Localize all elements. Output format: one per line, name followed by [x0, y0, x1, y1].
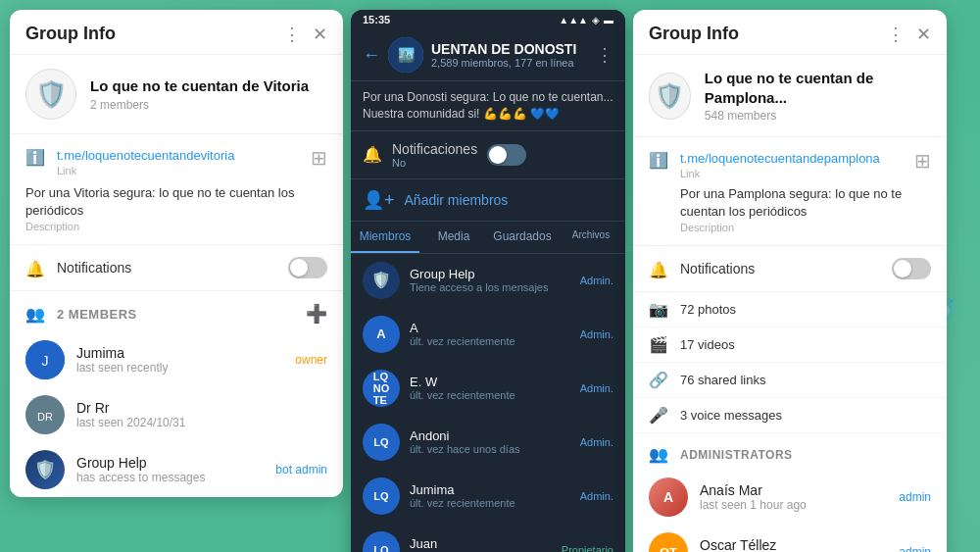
right-notifications-toggle[interactable] — [892, 258, 931, 279]
left-link-content: t.me/loquenotecuentandevitoria Link — [57, 146, 299, 176]
mid-a-name: A — [410, 321, 570, 335]
close-icon[interactable]: ✕ — [313, 25, 327, 43]
mid-group-avatar: 🏙️ — [388, 37, 423, 73]
more-options-icon[interactable]: ⋮ — [283, 25, 301, 43]
right-group-info: Lo que no te cuentan de Pamplona... 548 … — [705, 69, 931, 123]
jumima-status: last seen recently — [76, 361, 283, 375]
left-panel-header-icons: ⋮ ✕ — [283, 25, 327, 43]
mid-grouphelp-avatar: 🛡️ — [363, 262, 400, 299]
status-bar: 15:35 ▲▲▲ ◈ ▬ — [351, 10, 625, 29]
mid-jumima-name: Jumima — [410, 482, 570, 497]
stats-videos[interactable]: 🎬 17 videos — [633, 327, 947, 363]
stats-links[interactable]: 🔗 76 shared links — [633, 363, 947, 398]
mid-member-ew[interactable]: LQNOTE E. W últ. vez recientemente Admin… — [351, 362, 625, 416]
svg-text:DR: DR — [37, 411, 53, 423]
wifi-icon: ◈ — [592, 15, 600, 25]
mid-member-grouphelp[interactable]: 🛡️ Group Help Tiene acceso a los mensaje… — [351, 254, 625, 308]
mid-grouphelp-info: Group Help Tiene acceso a los mensajes — [410, 267, 570, 293]
right-qr-icon[interactable]: ⊞ — [914, 149, 931, 173]
signal-icon: ▲▲▲ — [559, 15, 588, 25]
tab-miembros[interactable]: Miembros — [351, 222, 419, 253]
status-time: 15:35 — [363, 14, 390, 25]
back-button[interactable]: ← — [363, 45, 380, 66]
left-description: Por una Vitoria segura: lo que no te cue… — [25, 184, 327, 220]
left-notifications-label: Notifications — [57, 260, 276, 276]
videos-icon: 🎬 — [649, 335, 668, 354]
drrr-info: Dr Rr last seen 2024/10/31 — [76, 400, 327, 429]
mid-tabs: Miembros Media Guardados Archivos — [351, 222, 625, 254]
jumima-info: Jumima last seen recently — [76, 345, 283, 375]
mid-a-status: últ. vez recientemente — [410, 335, 570, 347]
right-admins-title: ADMINISTRATORS — [680, 448, 793, 462]
stats-photos[interactable]: 📷 72 photos — [633, 292, 947, 327]
drrr-name: Dr Rr — [76, 400, 327, 416]
grouphelp-info: Group Help has access to messages — [76, 455, 264, 484]
mid-grouphelp-name: Group Help — [410, 267, 570, 281]
left-notifications-toggle[interactable] — [288, 257, 327, 278]
member-row-jumima[interactable]: J Jumima last seen recently owner — [10, 332, 343, 387]
admin-row-oscar[interactable]: OT Oscar Téllez last seen 2024/11/6 admi… — [633, 525, 947, 552]
anaismar-name: Anaís Mar — [700, 482, 887, 498]
videos-count: 17 videos — [680, 337, 735, 352]
mid-notifications-toggle[interactable] — [487, 144, 526, 166]
status-icons: ▲▲▲ ◈ ▬ — [559, 15, 613, 25]
mid-member-andoni[interactable]: LQ Andoni últ. vez hace unos días Admin. — [351, 416, 625, 470]
left-info-section: ℹ️ t.me/loquenotecuentandevitoria Link ⊞… — [10, 134, 343, 245]
svg-text:J: J — [42, 353, 49, 369]
stats-voice[interactable]: 🎤 3 voice messages — [633, 398, 947, 433]
right-more-options-icon[interactable]: ⋮ — [887, 25, 905, 43]
right-close-icon[interactable]: ✕ — [916, 25, 931, 43]
bell-icon: 🔔 — [25, 260, 45, 278]
tab-guardados[interactable]: Guardados — [488, 222, 557, 253]
mid-ew-status: últ. vez recientemente — [410, 389, 570, 401]
left-link[interactable]: t.me/loquenotecuentandevitoria — [57, 146, 299, 164]
add-members-icon: 👤+ — [363, 189, 395, 211]
right-panel: Group Info ⋮ ✕ 🛡️ Lo que no te cuentan d… — [633, 10, 947, 552]
tab-media[interactable]: Media — [419, 222, 488, 253]
voice-icon: 🎤 — [649, 406, 668, 425]
mid-a-avatar: A — [363, 316, 400, 353]
right-info-section: ℹ️ t.me/loquenotecuentandepamplona Link … — [633, 137, 947, 246]
admin-row-anaismar[interactable]: A Anaís Mar last seen 1 hour ago admin — [633, 470, 947, 525]
right-group-name: Lo que no te cuentan de Pamplona... — [705, 69, 931, 107]
mid-member-juan[interactable]: LQ Juan últ. vez recientemente Propietar… — [351, 524, 625, 552]
qr-icon[interactable]: ⊞ — [311, 146, 327, 170]
left-group-members: 2 members — [90, 98, 309, 112]
admins-icon: 👥 — [649, 445, 668, 464]
mid-grouphelp-role: Admin. — [580, 275, 613, 286]
battery-icon: ▬ — [604, 15, 613, 25]
oscar-avatar: OT — [649, 532, 688, 552]
grouphelp-status: has access to messages — [76, 471, 264, 484]
member-row-drrr[interactable]: DR Dr Rr last seen 2024/10/31 — [10, 387, 343, 442]
right-link-text[interactable]: t.me/loquenotecuentandepamplona — [680, 151, 880, 166]
mid-jumima-role: Admin. — [580, 490, 613, 502]
right-notifications-label: Notifications — [680, 261, 880, 276]
jumima-role: owner — [295, 353, 327, 367]
left-link-label: Link — [57, 165, 299, 176]
add-member-button[interactable]: ➕ — [306, 303, 327, 325]
mid-member-a[interactable]: A A últ. vez recientemente Admin. — [351, 308, 625, 362]
mid-jumima-info: Jumima últ. vez recientemente — [410, 482, 570, 509]
anaismar-avatar: A — [649, 477, 688, 517]
photos-icon: 📷 — [649, 300, 668, 319]
mid-juan-info: Juan últ. vez recientemente — [410, 536, 552, 552]
member-row-grouphelp[interactable]: 🛡️ Group Help has access to messages bot… — [10, 442, 343, 497]
mid-add-members-row[interactable]: 👤+ Añadir miembros — [351, 179, 625, 222]
left-group-avatar-row: 🛡️ Lo que no te cuentan de Vitoria 2 mem… — [10, 55, 343, 134]
left-members-title: 2 MEMBERS — [57, 307, 294, 322]
right-group-members: 548 members — [705, 109, 931, 123]
mid-ew-info: E. W últ. vez recientemente — [410, 375, 570, 401]
mid-more-icon[interactable]: ⋮ — [596, 44, 613, 66]
mid-jumima-avatar: LQ — [363, 477, 400, 515]
panels-container: Group Info ⋮ ✕ 🛡️ Lo que no te cuentan d… — [10, 10, 970, 542]
mid-member-jumima[interactable]: LQ Jumima últ. vez recientemente Admin. — [351, 470, 625, 524]
mid-andoni-avatar: LQ — [363, 424, 400, 461]
mid-add-members-label[interactable]: Añadir miembros — [405, 192, 509, 208]
grouphelp-avatar: 🛡️ — [25, 450, 65, 489]
left-link-text[interactable]: t.me/loquenotecuentandevitoria — [57, 148, 234, 163]
voice-count: 3 voice messages — [680, 408, 782, 423]
jumima-name: Jumima — [76, 345, 283, 361]
anaismar-role: admin — [899, 490, 931, 504]
tab-archivos[interactable]: Archivos — [557, 222, 625, 253]
links-icon: 🔗 — [649, 371, 668, 389]
